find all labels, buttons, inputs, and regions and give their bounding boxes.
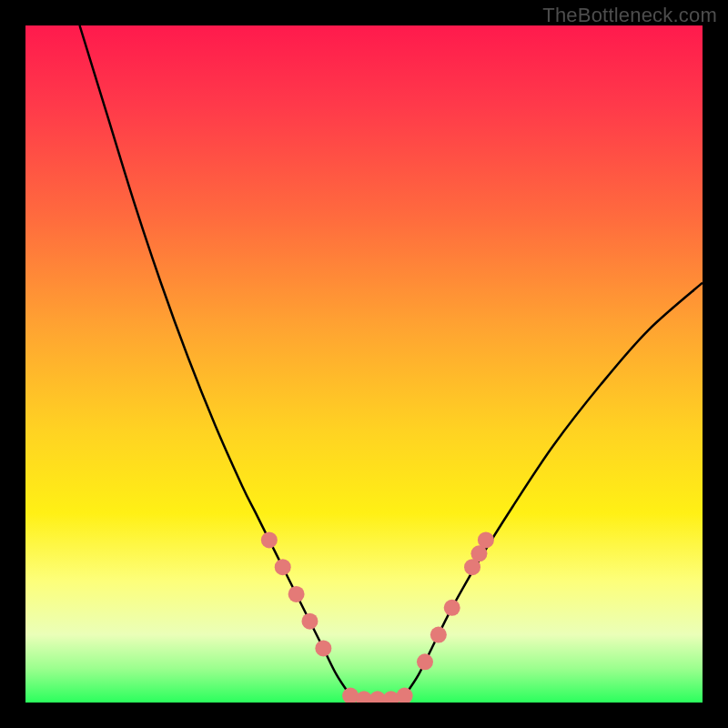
- curve-overlay: [25, 25, 703, 703]
- marker-dot: [315, 640, 331, 656]
- chart-frame: TheBottleneck.com: [0, 0, 728, 728]
- marker-dot: [430, 627, 447, 643]
- marker-dot: [397, 688, 413, 703]
- watermark-text: TheBottleneck.com: [542, 4, 717, 27]
- highlighted-points: [261, 531, 494, 703]
- marker-dot: [275, 559, 291, 575]
- marker-dot: [288, 586, 305, 602]
- marker-dot: [444, 600, 460, 616]
- plot-area: [25, 25, 703, 703]
- marker-dot: [478, 531, 494, 548]
- left-curve: [80, 25, 351, 696]
- marker-dot: [261, 531, 278, 548]
- marker-dot: [301, 613, 318, 630]
- right-curve: [405, 283, 703, 696]
- marker-dot: [417, 653, 433, 670]
